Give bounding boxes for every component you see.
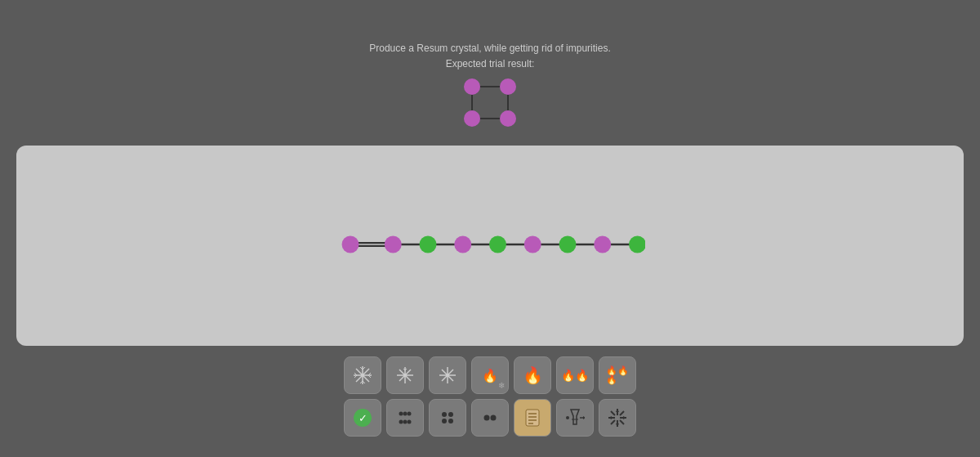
svg-point-60 — [448, 419, 453, 423]
svg-line-78 — [620, 411, 624, 415]
svg-point-58 — [448, 412, 453, 417]
svg-point-57 — [442, 412, 447, 417]
hourglass-button[interactable] — [556, 399, 594, 437]
svg-point-52 — [403, 412, 408, 416]
fire-medium-button[interactable]: 🔥 — [514, 356, 551, 394]
svg-point-23 — [559, 235, 577, 253]
svg-marker-80 — [616, 409, 619, 412]
svg-point-21 — [489, 235, 506, 253]
svg-point-19 — [420, 235, 437, 253]
svg-point-4 — [464, 78, 480, 95]
svg-point-43 — [403, 374, 407, 377]
svg-line-76 — [611, 411, 615, 415]
svg-point-62 — [491, 415, 497, 421]
svg-point-50 — [446, 374, 449, 377]
check-button[interactable]: ✓ — [344, 399, 381, 437]
scroll-button[interactable] — [514, 399, 551, 437]
crystal-diagram — [457, 72, 523, 137]
check-icon: ✓ — [354, 409, 372, 427]
snow-complex-button[interactable] — [344, 356, 381, 394]
svg-point-24 — [594, 235, 611, 253]
snow-simple-button[interactable] — [429, 356, 466, 394]
fire-small-button[interactable]: 🔥 ❄ — [471, 356, 509, 394]
svg-marker-83 — [623, 416, 626, 419]
svg-marker-70 — [583, 416, 585, 419]
fire-triple-button[interactable]: 🔥🔥🔥 — [599, 356, 636, 394]
burst-button[interactable] — [599, 399, 636, 437]
dots-2-button[interactable] — [471, 399, 509, 437]
instruction-line2: Expected trial result: — [369, 56, 610, 72]
svg-point-54 — [399, 420, 403, 424]
svg-point-38 — [361, 374, 364, 377]
toolbar: 🔥 ❄ 🔥 🔥🔥 🔥🔥🔥 ✓ — [344, 356, 636, 437]
svg-point-59 — [442, 419, 447, 423]
workspace — [16, 146, 964, 346]
svg-marker-82 — [608, 416, 612, 419]
svg-point-55 — [403, 420, 408, 424]
svg-point-56 — [408, 420, 412, 424]
snow-multi-button[interactable] — [386, 356, 424, 394]
toolbar-row-2: ✓ — [344, 399, 636, 437]
dots-6-button[interactable] — [386, 399, 424, 437]
fire-large-button[interactable]: 🔥🔥 — [556, 356, 594, 394]
svg-marker-81 — [616, 423, 619, 427]
svg-point-7 — [500, 110, 516, 127]
svg-point-5 — [500, 78, 516, 95]
svg-line-77 — [620, 420, 624, 424]
instruction-line1: Produce a Resum crystal, while getting r… — [369, 41, 610, 56]
svg-line-79 — [611, 420, 615, 424]
instruction-area: Produce a Resum crystal, while getting r… — [369, 41, 610, 72]
dots-4-button[interactable] — [429, 399, 466, 437]
svg-point-53 — [408, 412, 412, 416]
svg-point-17 — [342, 235, 359, 253]
svg-point-18 — [385, 235, 402, 253]
svg-point-25 — [629, 235, 645, 253]
toolbar-row-1: 🔥 ❄ 🔥 🔥🔥 🔥🔥🔥 — [344, 356, 636, 394]
svg-point-22 — [524, 235, 541, 253]
svg-point-51 — [399, 412, 403, 416]
svg-point-20 — [454, 235, 471, 253]
svg-point-6 — [464, 110, 480, 127]
molecule-chain — [335, 228, 645, 264]
svg-point-71 — [566, 416, 569, 419]
svg-point-61 — [484, 415, 490, 421]
